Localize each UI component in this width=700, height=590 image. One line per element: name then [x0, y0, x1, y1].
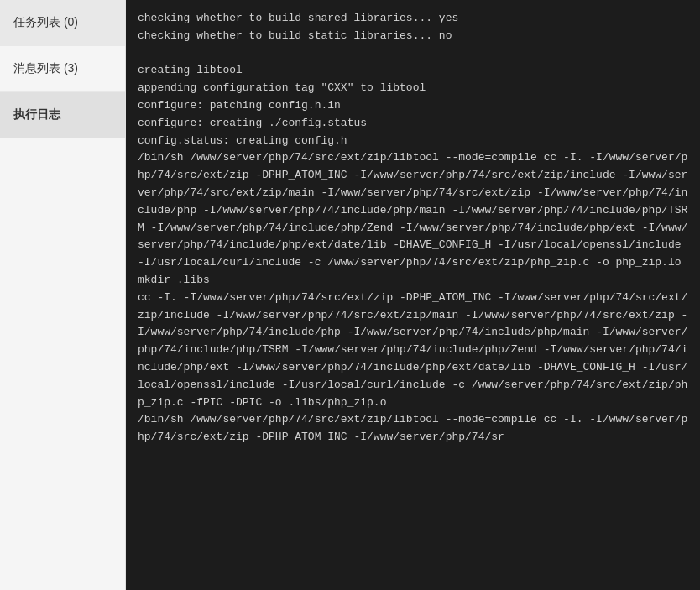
- sidebar: 任务列表 (0) 消息列表 (3) 执行日志: [0, 0, 126, 590]
- sidebar-item-tasks[interactable]: 任务列表 (0): [0, 0, 125, 46]
- sidebar-item-log[interactable]: 执行日志: [0, 92, 125, 138]
- main-content: checking whether to build shared librari…: [126, 0, 700, 590]
- sidebar-item-messages[interactable]: 消息列表 (3): [0, 46, 125, 92]
- terminal-output[interactable]: checking whether to build shared librari…: [126, 0, 700, 590]
- terminal-container: checking whether to build shared librari…: [126, 0, 700, 590]
